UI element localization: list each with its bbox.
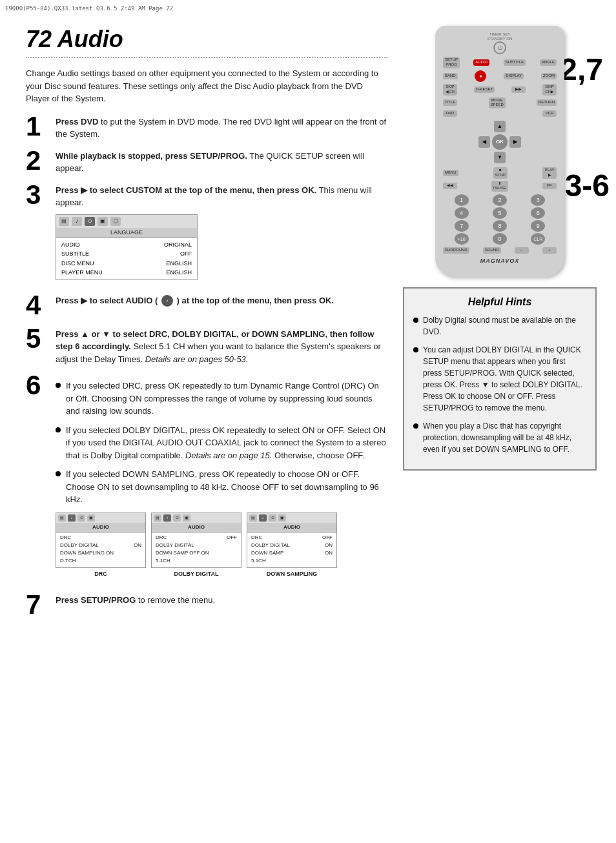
dolby-diagram: ▤ ♪ ⊙ ▣ AUDIO DRCOFF DOLBY DIGITAL DOWN … [151,513,241,568]
stop-btn[interactable]: ■STOP [493,167,508,179]
ds-icon-1: ▤ [249,514,257,522]
menu-icon-1: ▤ [59,217,69,226]
num-9[interactable]: 9 [531,220,545,232]
num-5[interactable]: 5 [493,207,507,219]
language-menu-diagram: ▤ ♪ ⊙ ▣ ⬡ LANGUAGE AUDIO ORIGINAL SUBTI [56,214,198,280]
dpad-right-btn[interactable]: ▶ [509,136,521,148]
dolby-diagram-wrapper: ▤ ♪ ⊙ ▣ AUDIO DRCOFF DOLBY DIGITAL DOWN … [151,513,241,579]
num-1[interactable]: 1 [455,194,469,206]
mode-speed-btn[interactable]: MODESPEED [489,97,506,109]
step-2-number: 2 [26,147,50,174]
dolby-body: DRCOFF DOLBY DIGITAL DOWN SAMP OFF ON 5.… [152,533,241,567]
num-6[interactable]: 6 [531,207,545,219]
menu-btn[interactable]: MENU [443,170,458,176]
dpad-down-btn[interactable]: ▼ [494,152,506,163]
downsampling-diagram-wrapper: ▤ ♪ ⊙ ▣ AUDIO DRCOFF DOLBY DIGITALON DOW… [247,513,337,579]
step-5: 5 Press ▲ or ▼ to select DRC, DOLBY DIGI… [26,328,387,366]
title-btn[interactable]: TITLE [443,99,457,106]
ds-row-1: DRCOFF [251,534,333,542]
band-btn[interactable]: BAND [443,73,458,79]
step-1-bold: Press DVD [56,117,98,127]
pause-btn[interactable]: ⏸PAUSE [491,181,508,192]
standby-on-label: STANDBY ON [443,37,557,41]
step-7-bold: Press SETUP/PROG [56,595,136,605]
bullet-drc-text: If you selected DRC, press OK repeatedly… [66,380,387,418]
menu-icon-2: ♪ [72,217,82,226]
step-1-content: Press DVD to put the System in DVD mode.… [56,116,387,141]
dolby-icon-3: ⊙ [173,514,181,522]
audio-btn[interactable]: AUDIO [473,59,489,66]
d-reset-btn[interactable]: D-RESET [474,86,495,93]
ok-btn[interactable]: OK [492,134,508,150]
rew-btn[interactable]: ◀◀ [443,183,457,189]
bullet-downsampling: If you selected DOWN SAMPLING, press OK … [56,468,387,506]
setup-prog-btn[interactable]: SETUPPROG [443,57,460,68]
num-2[interactable]: 2 [493,194,507,206]
angle-btn[interactable]: ANGLE [540,59,557,66]
drc-row-4: D.TCH [60,557,141,565]
band-row: BAND ● DISPLAY ZOOM [443,70,557,82]
dvd-btn[interactable]: DVD [443,110,457,117]
drc-row-1: DRC [60,534,141,542]
bullet-dolby: If you selected DOLBY DIGITAL, press OK … [56,424,387,462]
num-3[interactable]: 3 [531,194,545,206]
vol-minus-btn[interactable]: − [515,247,529,254]
num-clear[interactable]: CLR [531,233,545,245]
standby-btn[interactable]: ⏻ [493,41,506,54]
drc-label: DRC [56,570,146,579]
hint-bullet-1 [413,318,418,323]
step-5-number: 5 [26,325,50,352]
remote-wrapper: 2,7 3-6 TIMER SET STANDBY ON ⏻ SETUPPROG… [435,26,564,277]
dpad-up-btn[interactable]: ▲ [494,121,506,132]
dpad-left-btn[interactable]: ◀ [478,136,490,148]
ds-icon-4: ▣ [278,514,286,522]
vcr-btn[interactable]: VCR [542,110,557,117]
audio-icon: ♪ [161,295,173,307]
hint-3: When you play a Disc that has copyright … [413,420,586,455]
step-6: 6 If you selected DRC, press OK repeated… [26,374,387,585]
file-header: E9000(P55-84).QX33.latest 03.6.5 2:49 AM… [5,5,611,12]
dolby-icon-2: ♪ [163,514,171,522]
skip-ch-left-btn[interactable]: SKIP◀CH [443,84,457,96]
sound-btn[interactable]: SOUND [483,247,501,254]
return-btn[interactable]: RETURN [537,99,557,106]
step-1-text: to put the System in DVD mode. The red D… [56,117,386,139]
dolby-row-3: DOWN SAMP OFF ON [156,549,237,557]
hint-2: You can adjust DOLBY DIGITAL in the QUIC… [413,344,586,414]
page-title: 72 Audio [26,26,387,53]
ff-btn[interactable]: ▶▶ [511,86,526,93]
dolby-label: DOLBY DIGITAL [151,570,241,579]
menu-row-player-menu: PLAYER MENU ENGLISH [61,268,192,277]
display-btn[interactable]: DISPLAY [504,73,524,79]
ff-btn-2[interactable]: FF [542,183,557,189]
vol-plus-btn[interactable]: + [542,247,557,254]
bullet-dolby-text: If you selected DOLBY DIGITAL, press OK … [66,424,387,462]
surround-sound-row: SURROUND SOUND − + [443,247,557,254]
step-3-content: Press ▶ to select CUSTOM at the top of t… [56,184,387,285]
ds-row-4: 5.1CH [251,557,333,565]
num-0[interactable]: 0 [493,233,507,245]
dolby-icons: ▤ ♪ ⊙ ▣ [152,513,241,523]
num-8[interactable]: 8 [493,220,507,232]
rw-pause-ff-row: ◀◀ ⏸PAUSE FF [443,181,557,192]
drc-icons: ▤ ♪ ⊙ ▣ [56,513,145,523]
step-3-bold: Press ▶ to select CUSTOM at the top of t… [56,185,316,195]
num-7[interactable]: 7 [455,220,469,232]
dolby-icon-4: ▣ [183,514,190,522]
zoom-btn[interactable]: ZOOM [541,73,557,79]
timer-set-label: TIMER SET [443,32,557,37]
num-10[interactable]: +10 [455,233,469,245]
num-4[interactable]: 4 [455,207,469,219]
step-4-bold2: ) at the top of the menu, then press OK. [177,296,334,305]
step-7-text: to remove the menu. [138,595,215,605]
surround-btn[interactable]: SURROUND [443,247,469,254]
ds-label: DOWN SAMPLING [247,570,337,579]
step-6-bullets: If you selected DRC, press OK repeatedly… [56,380,387,506]
play-btn[interactable]: PLAY▶ [542,167,557,179]
remote-control: TIMER SET STANDBY ON ⏻ SETUPPROG AUDIO S… [435,26,564,277]
step-2-content: While playback is stopped, press SETUP/P… [56,150,387,175]
skip-ch-right-btn[interactable]: SKIPCH▶ [542,84,557,96]
subtitle-btn[interactable]: SUBTITLE [504,59,526,66]
ds-body: DRCOFF DOLBY DIGITALON DOWN SAMPON 5.1CH [247,533,336,567]
menu-icon-5: ⬡ [110,217,121,226]
